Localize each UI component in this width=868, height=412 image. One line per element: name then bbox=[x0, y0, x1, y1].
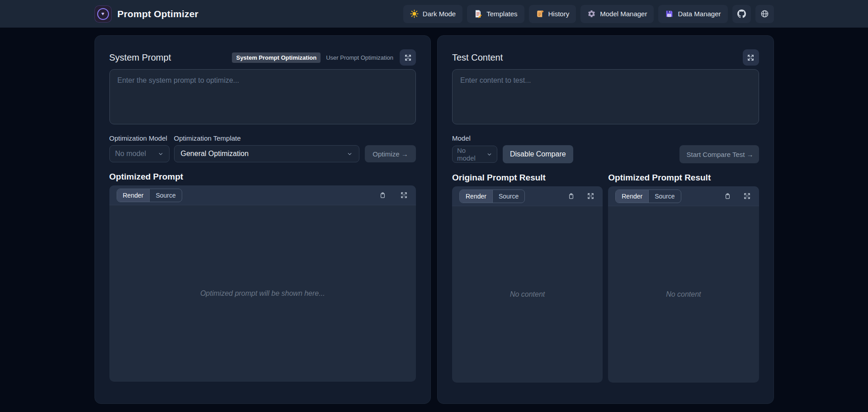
sun-icon bbox=[410, 9, 419, 18]
floppy-disk-icon bbox=[665, 9, 674, 18]
fullscreen-button[interactable] bbox=[586, 191, 595, 201]
system-prompt-expand-button[interactable] bbox=[400, 49, 416, 66]
tab-source[interactable]: Source bbox=[149, 189, 181, 202]
optimized-prompt-placeholder: Optimized prompt will be shown here... bbox=[200, 289, 325, 298]
expand-icon bbox=[747, 54, 755, 62]
language-button[interactable] bbox=[755, 5, 774, 23]
test-content-panel: Test Content Model No model bbox=[437, 35, 774, 404]
dark-mode-label: Dark Mode bbox=[423, 10, 456, 18]
copy-button[interactable] bbox=[566, 191, 576, 201]
test-model-value: No model bbox=[457, 147, 483, 162]
original-result-output: Render Source bbox=[452, 186, 603, 383]
mode-user-prompt-optimization[interactable]: User Prompt Optimization bbox=[326, 54, 393, 61]
render-source-tabs: Render Source bbox=[117, 189, 182, 202]
chevron-down-icon bbox=[347, 151, 353, 157]
tab-render[interactable]: Render bbox=[616, 190, 648, 203]
templates-label: Templates bbox=[486, 10, 517, 18]
start-compare-test-button[interactable]: Start Compare Test → bbox=[679, 145, 759, 163]
model-manager-label: Model Manager bbox=[600, 10, 647, 18]
optimized-prompt-content: Optimized prompt will be shown here... bbox=[109, 205, 416, 382]
render-source-tabs: Render Source bbox=[459, 189, 525, 203]
clipboard-icon bbox=[379, 191, 387, 199]
data-manager-button[interactable]: Data Manager bbox=[658, 5, 727, 23]
gear-icon bbox=[587, 9, 596, 18]
history-scroll-icon bbox=[536, 9, 544, 18]
optimization-model-select[interactable]: No model bbox=[109, 145, 170, 162]
optimization-mode-toggle: System Prompt Optimization User Prompt O… bbox=[232, 52, 393, 63]
test-model-select[interactable]: No model bbox=[452, 146, 497, 163]
system-prompt-panel: System Prompt System Prompt Optimization… bbox=[94, 35, 431, 404]
templates-button[interactable]: Templates bbox=[467, 5, 524, 23]
original-result-placeholder: No content bbox=[510, 290, 545, 298]
data-manager-label: Data Manager bbox=[678, 10, 721, 18]
optimized-result-toolbar: Render Source bbox=[608, 186, 759, 206]
original-result-column: Original Prompt Result Render Source bbox=[452, 163, 603, 403]
test-content-expand-button[interactable] bbox=[743, 49, 759, 66]
optimized-prompt-output: Render Source bbox=[109, 185, 416, 382]
tab-render[interactable]: Render bbox=[117, 189, 150, 202]
optimize-button[interactable]: Optimize → bbox=[365, 145, 416, 162]
optimization-template-label: Optimization Template bbox=[174, 134, 241, 142]
disable-compare-button[interactable]: Disable Compare bbox=[503, 145, 573, 163]
app-title: Prompt Optimizer bbox=[118, 9, 198, 19]
history-label: History bbox=[548, 10, 570, 18]
test-content-input[interactable] bbox=[452, 69, 759, 124]
tab-render[interactable]: Render bbox=[460, 190, 492, 203]
clipboard-icon bbox=[567, 192, 575, 200]
copy-button[interactable] bbox=[723, 191, 732, 201]
dark-mode-button[interactable]: Dark Mode bbox=[403, 5, 462, 23]
chevron-down-icon bbox=[486, 152, 492, 157]
github-button[interactable] bbox=[732, 5, 751, 23]
fullscreen-button[interactable] bbox=[742, 191, 752, 201]
tab-source[interactable]: Source bbox=[492, 190, 524, 203]
mode-system-prompt-optimization[interactable]: System Prompt Optimization bbox=[232, 52, 321, 63]
optimized-prompt-heading: Optimized Prompt bbox=[109, 172, 416, 182]
history-button[interactable]: History bbox=[529, 5, 576, 23]
expand-icon bbox=[587, 192, 594, 200]
navbar-actions: Dark Mode Templates bbox=[403, 5, 774, 23]
copy-button[interactable] bbox=[378, 190, 387, 200]
optimization-model-label: Optimization Model bbox=[109, 134, 174, 142]
optimized-result-output: Render Source bbox=[608, 186, 759, 383]
expand-icon bbox=[743, 192, 751, 200]
chevron-down-icon bbox=[158, 151, 164, 157]
original-result-toolbar: Render Source bbox=[452, 186, 603, 206]
expand-icon bbox=[404, 54, 412, 62]
system-prompt-title: System Prompt bbox=[109, 52, 171, 63]
fullscreen-button[interactable] bbox=[399, 190, 409, 200]
clipboard-icon bbox=[724, 192, 731, 200]
globe-icon bbox=[760, 9, 769, 18]
optimized-result-heading: Optimized Prompt Result bbox=[608, 173, 759, 183]
github-icon bbox=[737, 9, 746, 18]
model-manager-button[interactable]: Model Manager bbox=[580, 5, 654, 23]
app-logo: ♥ bbox=[94, 5, 112, 23]
optimization-model-value: No model bbox=[115, 150, 146, 158]
top-navbar: ♥ Prompt Optimizer Dark Mode bbox=[0, 0, 868, 28]
expand-icon bbox=[400, 191, 408, 199]
optimized-result-column: Optimized Prompt Result Render Source bbox=[608, 163, 759, 403]
test-content-title: Test Content bbox=[452, 52, 503, 63]
render-source-tabs: Render Source bbox=[615, 189, 681, 203]
logo-ring-icon: ♥ bbox=[97, 8, 109, 20]
model-label: Model bbox=[452, 134, 471, 142]
heart-icon: ♥ bbox=[101, 11, 104, 16]
original-result-content: No content bbox=[452, 206, 603, 383]
optimized-result-placeholder: No content bbox=[666, 290, 701, 298]
tab-source[interactable]: Source bbox=[648, 190, 680, 203]
template-doc-icon bbox=[474, 9, 482, 18]
optimization-template-value: General Optimization bbox=[181, 150, 249, 158]
system-prompt-input[interactable] bbox=[109, 69, 416, 124]
optimization-template-select[interactable]: General Optimization bbox=[174, 145, 360, 162]
optimized-result-content: No content bbox=[608, 206, 759, 383]
original-result-heading: Original Prompt Result bbox=[452, 173, 603, 183]
optimized-prompt-toolbar: Render Source bbox=[109, 185, 416, 205]
